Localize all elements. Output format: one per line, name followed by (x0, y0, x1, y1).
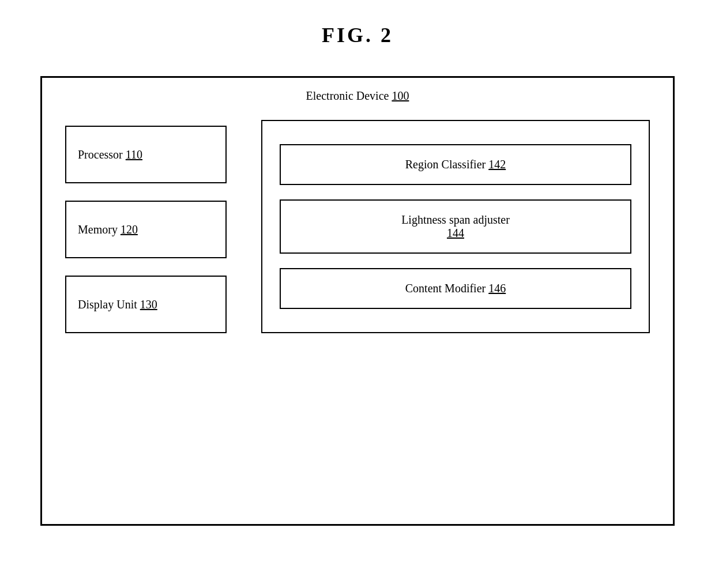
processor-label: Processor 110 (78, 148, 142, 161)
display-unit-label: Display Unit 130 (78, 298, 157, 311)
processor-box: Processor 110 (65, 126, 227, 183)
region-classifier-label: Region Classifier 142 (405, 158, 506, 171)
content-area: Processor 110 Memory 120 Display Unit 13… (65, 120, 650, 501)
processor-ref: 110 (126, 148, 142, 161)
left-column: Processor 110 Memory 120 Display Unit 13… (65, 120, 227, 333)
lightness-adjuster-box: Lightness span adjuster144 (280, 199, 631, 254)
content-modifier-ref: 146 (488, 282, 506, 295)
electronic-device-box: Electronic Device 100 Processor 110 Memo… (40, 76, 675, 526)
lightness-adjuster-ref: 144 (447, 227, 464, 239)
content-modifier-label: Content Modifier 146 (405, 282, 506, 295)
region-classifier-ref: 142 (488, 158, 506, 171)
device-ref-num: 100 (392, 89, 409, 102)
right-group-box: Region Classifier 142 Lightness span adj… (261, 120, 650, 333)
memory-label: Memory 120 (78, 223, 138, 236)
display-unit-box: Display Unit 130 (65, 276, 227, 333)
device-label: Electronic Device 100 (65, 89, 650, 103)
figure-title: FIG. 2 (322, 23, 393, 47)
device-label-text: Electronic Device (306, 89, 392, 102)
memory-box: Memory 120 (65, 201, 227, 258)
content-modifier-box: Content Modifier 146 (280, 268, 631, 309)
memory-ref: 120 (121, 223, 138, 236)
display-unit-ref: 130 (140, 298, 157, 311)
region-classifier-box: Region Classifier 142 (280, 144, 631, 185)
lightness-adjuster-label: Lightness span adjuster144 (401, 213, 510, 240)
